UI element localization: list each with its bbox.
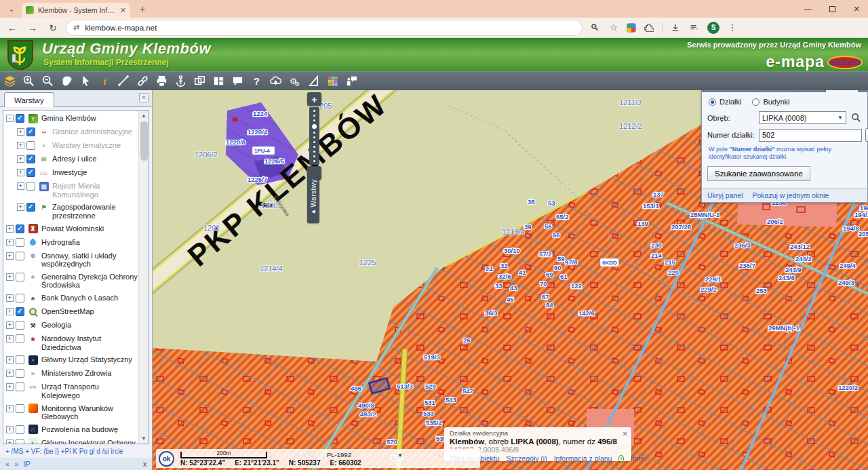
tab-plany[interactable]: Plany xyxy=(795,90,825,92)
layer-label[interactable]: Geologia xyxy=(41,320,71,330)
expand-toggle-icon[interactable]: + xyxy=(17,142,24,149)
layer-checkbox[interactable] xyxy=(16,114,24,123)
expand-toggle-icon[interactable]: + xyxy=(6,370,14,377)
layer-label[interactable]: Hydrografia xyxy=(41,237,80,247)
reading-list-icon[interactable] xyxy=(688,22,701,34)
layer-checkbox[interactable] xyxy=(16,294,24,302)
szukaj-button[interactable]: Szukaj xyxy=(865,128,868,142)
scroll-up-icon[interactable]: ▲ xyxy=(139,111,149,121)
profile-avatar[interactable]: S xyxy=(707,22,719,34)
layer-label[interactable]: Osnowy, siatki i układy współrzędnych xyxy=(41,251,138,269)
expand-toggle-icon[interactable]: + xyxy=(6,239,14,246)
help-icon[interactable]: ? xyxy=(248,73,266,90)
layer-checkbox[interactable] xyxy=(16,334,24,343)
layer-label[interactable]: Gmina Klembów xyxy=(41,113,96,123)
expand-toggle-icon[interactable]: + xyxy=(17,155,24,163)
ok-button[interactable]: ok xyxy=(159,451,174,467)
pager-close[interactable]: x xyxy=(143,461,146,468)
layer-label[interactable]: Rejestr Mienia Komunalnego xyxy=(52,181,138,199)
layer-label[interactable]: Narodowy Instytut Dziedzictwa xyxy=(41,334,138,351)
tab-obiekty[interactable]: Obiekty xyxy=(859,90,868,92)
info-icon[interactable]: i xyxy=(96,73,114,90)
layer-label[interactable]: Generalna Dyrekcja Ochrony Środowiska xyxy=(41,272,138,290)
expand-toggle-icon[interactable]: - xyxy=(6,115,14,122)
cloud-upload-icon[interactable] xyxy=(267,73,285,90)
layer-checkbox[interactable] xyxy=(16,355,24,364)
crs-chevron-icon[interactable]: ▼ xyxy=(397,452,403,458)
scrollbar-thumb[interactable] xyxy=(140,121,148,161)
tab-współrzędne[interactable]: Współrzędne xyxy=(703,90,758,92)
expand-toggle-icon[interactable]: + xyxy=(6,321,14,329)
crs-selector[interactable]: PL-1992 xyxy=(327,451,351,458)
layer-label[interactable]: Zagospodarowanie przestrzenne xyxy=(52,202,138,220)
hide-panel-link[interactable]: Ukryj panel xyxy=(707,191,743,199)
search-magnifier-icon[interactable] xyxy=(850,112,862,124)
back-icon[interactable]: ← xyxy=(4,20,20,36)
layer-label[interactable]: OpenStreetMap xyxy=(41,307,94,316)
window-close-button[interactable]: ✕ xyxy=(845,1,868,17)
zoom-page-icon[interactable]: 🔍︎ xyxy=(589,22,601,34)
zoom-in-button[interactable]: + xyxy=(307,92,321,106)
expand-toggle-icon[interactable]: + xyxy=(6,273,14,281)
pointer-icon[interactable] xyxy=(77,73,95,90)
single-window-link[interactable]: Pokazuj w jednym oknie xyxy=(753,191,829,199)
layer-label[interactable]: Główny Urząd Statystyczny xyxy=(41,355,132,364)
layer-checkbox[interactable] xyxy=(26,141,35,150)
layer-label[interactable]: Ministerstwo Zdrowia xyxy=(41,368,111,378)
layer-label[interactable]: Bank Danych o Lasach xyxy=(41,293,118,302)
expand-toggle-icon[interactable]: + xyxy=(6,439,14,444)
popup-plus-icon[interactable]: + xyxy=(618,455,623,463)
layer-label[interactable]: Warstwy tematyczne xyxy=(52,140,121,150)
pager-ip-link[interactable]: IP xyxy=(24,461,30,468)
layer-checkbox[interactable] xyxy=(16,252,24,260)
obreb-select[interactable]: LIPKA (0008)▼ xyxy=(759,111,846,124)
collapse-layers-tab[interactable]: Warstwy◀ xyxy=(307,170,319,223)
layer-checkbox[interactable] xyxy=(16,307,24,316)
layer-checkbox[interactable] xyxy=(16,404,24,413)
tab-search-chevron-icon[interactable]: ⌄ xyxy=(4,3,19,15)
expand-toggle-icon[interactable]: + xyxy=(6,294,14,302)
expand-toggle-icon[interactable]: + xyxy=(6,335,14,342)
layer-checkbox[interactable] xyxy=(26,128,35,136)
layers-tab[interactable]: Warstwy xyxy=(4,92,54,107)
overlap-windows-icon[interactable] xyxy=(191,73,209,90)
browser-tab[interactable]: Klembów - System Informacji P ✕ xyxy=(22,3,130,18)
layer-checkbox[interactable] xyxy=(16,425,24,434)
extension-colored-icon[interactable] xyxy=(627,23,636,33)
expand-toggle-icon[interactable]: + xyxy=(17,128,24,136)
expand-toggle-icon[interactable]: + xyxy=(6,252,14,260)
layer-label[interactable]: Adresy i ulice xyxy=(52,154,96,163)
url-field[interactable]: ⇄ klembow.e-mapa.net xyxy=(66,20,582,35)
window-maximize-button[interactable] xyxy=(821,1,844,17)
forward-icon[interactable]: → xyxy=(24,20,41,36)
expand-toggle-icon[interactable]: + xyxy=(17,182,24,190)
print-icon[interactable] xyxy=(153,73,171,90)
zoom-in-icon[interactable] xyxy=(20,73,38,90)
zoom-out-icon[interactable] xyxy=(39,73,57,90)
expand-toggle-icon[interactable]: + xyxy=(17,203,24,211)
browser-menu-kebab-icon[interactable]: ⋮ xyxy=(726,22,738,34)
select-region-icon[interactable] xyxy=(58,73,76,90)
site-info-icon[interactable]: ⇄ xyxy=(73,23,79,32)
feedback-person-icon[interactable] xyxy=(342,73,361,90)
sidebar-close-icon[interactable]: ✕ xyxy=(139,93,149,102)
layer-label[interactable]: Główny Inspektorat Ochrony Środowiska xyxy=(41,438,138,444)
layers-icon[interactable] xyxy=(1,73,19,90)
layer-checkbox[interactable] xyxy=(16,224,24,233)
bookmark-star-icon[interactable]: ☆ xyxy=(608,22,620,34)
popup-link[interactable]: Informacja z planu xyxy=(554,454,612,463)
layer-checkbox[interactable] xyxy=(26,155,35,163)
tab-działki[interactable]: Działki xyxy=(825,90,859,92)
layer-checkbox[interactable] xyxy=(26,168,35,177)
extensions-puzzle-icon[interactable] xyxy=(643,22,655,34)
layer-checkbox[interactable] xyxy=(26,182,35,191)
new-tab-button[interactable]: + xyxy=(136,2,149,16)
pager-next[interactable]: » xyxy=(15,461,19,468)
layer-label[interactable]: Granice administracyjne xyxy=(52,127,132,136)
window-minimize-button[interactable]: — xyxy=(796,1,819,17)
popup-link[interactable]: Szczegóły (i) xyxy=(507,454,547,463)
expand-toggle-icon[interactable]: + xyxy=(6,356,14,364)
map-canvas[interactable]: PKP KLEMBÓW Kolejowa 12051211/31212/2120… xyxy=(153,90,868,470)
zoom-slider[interactable] xyxy=(309,107,319,165)
layer-checkbox[interactable] xyxy=(16,273,24,281)
